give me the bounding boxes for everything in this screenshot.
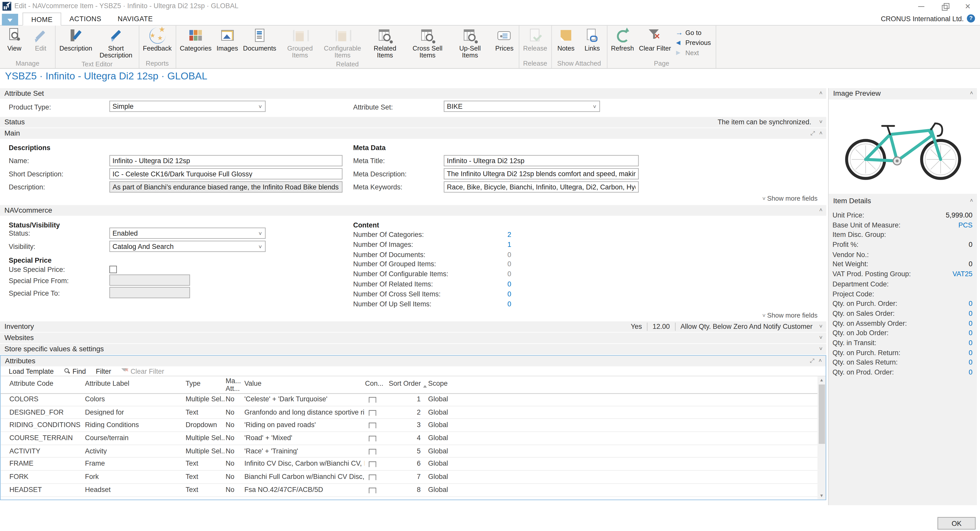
section-header-main[interactable]: Main ⤢ ˄ [0,128,826,139]
column-header-mandatory-2[interactable]: Att... [226,384,243,392]
collapse-icon[interactable]: ˄ [819,129,822,138]
collapse-icon[interactable]: ˅ [819,118,822,127]
item-detail-value[interactable]: 0 [969,319,973,327]
item-detail-value[interactable]: 0 [969,359,973,366]
item-detail-value[interactable]: 0 [969,241,973,248]
text-field[interactable] [110,168,342,179]
column-header-mandatory-1[interactable]: Ma... [226,377,243,384]
section-header-websites[interactable]: Websites ˅ [0,333,826,343]
ribbon-button[interactable]: Cross Sell Items [406,27,449,59]
ribbon-button[interactable]: Notes [553,27,579,52]
content-count-value[interactable]: 0 [508,250,511,258]
collapse-icon[interactable]: ˅ [819,322,822,332]
attribute-table-row[interactable]: SHIFTERS Text No Ultegra Di2 12sp hydrau… [0,497,818,500]
special-price-from-field[interactable] [110,274,190,285]
attribute-set-dropdown[interactable]: BIKE [444,100,600,112]
ok-button[interactable]: OK [937,517,975,529]
item-detail-value[interactable]: 0 [969,309,973,317]
item-detail-value[interactable]: 0 [969,368,973,376]
content-count-value[interactable]: 0 [508,280,511,287]
ribbon-small-button[interactable]: Go to [675,29,711,36]
column-header-type[interactable]: Type [186,380,224,387]
ribbon-button[interactable]: Grouped Items [279,27,321,59]
find-button[interactable]: Find [64,367,86,375]
item-detail-value[interactable]: 0 [969,300,973,307]
configurable-checkbox[interactable] [369,397,376,403]
help-icon[interactable]: ? [967,14,975,22]
collapse-icon[interactable]: ˄ [819,89,822,98]
section-header-attribute-set[interactable]: Attribute Set ˄ [0,88,826,99]
column-header-sort-order[interactable]: Sort Order [389,380,421,387]
content-count-value[interactable]: 0 [508,270,511,277]
item-detail-value[interactable]: 0 [969,260,973,268]
attribute-table-row[interactable]: HEADSET Headset Text No Fsa NO.42/47CF/A… [0,484,818,497]
restore-icon[interactable] [940,1,950,11]
configurable-checkbox[interactable] [369,410,376,416]
status-dropdown[interactable]: Enabled [110,228,266,239]
expand-icon[interactable]: ⤢ [810,356,815,366]
configurable-checkbox[interactable] [369,488,376,493]
column-header-code[interactable]: Attribute Code [10,380,83,387]
item-detail-value[interactable]: 0 [969,339,973,346]
attribute-table-row[interactable]: ACTIVITY Activity Multiple Sel... No 'Ra… [0,445,818,458]
ribbon-button[interactable]: Up-Sell Items [449,27,491,59]
special-price-to-field[interactable] [110,287,190,298]
text-field[interactable] [444,155,639,166]
ribbon-button[interactable]: Images [214,27,241,52]
ribbon-button[interactable]: Short Description [95,27,137,59]
clear-filter-button[interactable]: Clear Filter [121,367,164,375]
attribute-table-row[interactable]: FRAME Frame Text No Infinito CV Disc, Ca… [0,458,818,471]
expand-icon[interactable]: ⤢ [811,129,815,138]
text-field[interactable] [110,181,342,193]
collapse-icon[interactable]: ˄ [970,196,973,206]
text-field[interactable] [444,168,639,179]
ribbon-button[interactable]: Related Items [364,27,406,59]
show-more-fields-link[interactable]: Show more fields [762,195,818,202]
ribbon-tab[interactable]: HOME [22,13,61,26]
configurable-checkbox[interactable] [369,449,376,454]
text-field[interactable] [110,155,342,166]
ribbon-button[interactable]: Feedback [140,27,174,52]
item-detail-value[interactable]: 5,999.00 [946,211,973,219]
column-header-label[interactable]: Attribute Label [85,380,184,387]
ribbon-button[interactable]: Prices [491,27,517,52]
column-header-con[interactable]: Con... [365,380,383,387]
section-header-store-specific[interactable]: Store specific values & settings ˅ [0,344,826,355]
load-template-button[interactable]: Load Template [9,367,54,375]
product-type-dropdown[interactable]: Simple [110,100,266,112]
scroll-up-icon[interactable]: ▲ [818,376,826,384]
content-count-value[interactable]: 0 [508,260,511,268]
ribbon-button[interactable]: Description [57,27,95,52]
column-header-value[interactable]: Value [245,380,364,387]
ribbon-button[interactable]: Links [579,27,605,52]
ribbon-tab[interactable]: ACTIONS [61,13,110,26]
content-count-value[interactable]: 2 [508,231,511,238]
content-count-value[interactable]: 0 [508,290,511,297]
section-header-attributes[interactable]: Attributes ⤢ ˄ [0,356,826,366]
ribbon-button[interactable]: Clear Filter [636,27,673,52]
content-count-value[interactable]: 1 [508,241,511,248]
item-detail-value[interactable]: 0 [969,349,973,356]
collapse-icon[interactable]: ˅ [819,333,822,343]
section-header-inventory[interactable]: Inventory Yes 12.00 Allow Qty. Below Zer… [0,321,826,332]
attributes-scrollbar[interactable]: ▲ ▼ [818,376,826,499]
column-header-scope[interactable]: Scope [428,380,472,387]
ribbon-button[interactable]: Categories [177,27,214,52]
collapse-icon[interactable]: ˄ [819,206,822,215]
configurable-checkbox[interactable] [369,475,376,480]
collapse-icon[interactable]: ˄ [970,89,973,98]
use-special-price-checkbox[interactable] [110,266,117,273]
close-icon[interactable] [964,1,974,11]
ribbon-button[interactable]: Release [520,27,550,52]
section-header-status[interactable]: Status The item can be synchronized. ˅ [0,117,826,128]
scroll-down-icon[interactable]: ▼ [818,492,826,499]
ribbon-small-button[interactable]: Previous [675,39,711,46]
collapse-icon[interactable]: ˅ [819,344,822,354]
configurable-checkbox[interactable] [369,436,376,442]
attribute-table-row[interactable]: COLORS Colors Multiple Sel... No 'Celest… [0,393,818,406]
item-detail-value[interactable]: PCS [958,221,972,228]
application-menu-button[interactable] [2,14,18,26]
attribute-table-row[interactable]: FORK Fork Text No Bianchi Full Carbon w/… [0,471,818,484]
collapse-icon[interactable]: ˄ [819,356,822,366]
attribute-table-row[interactable]: COURSE_TERRAIN Course/terrain Multiple S… [0,432,818,445]
